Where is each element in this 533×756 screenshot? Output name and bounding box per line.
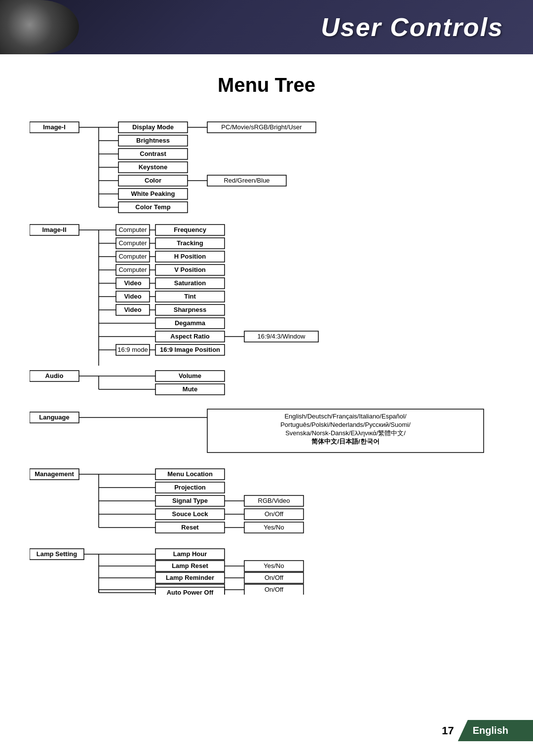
svg-text:PC/Movie/sRGB/Bright/User: PC/Movie/sRGB/Bright/User bbox=[221, 123, 302, 131]
section-title: Menu Tree bbox=[30, 74, 503, 96]
svg-text:Language: Language bbox=[39, 414, 69, 421]
svg-text:Display Mode: Display Mode bbox=[132, 123, 174, 131]
header: User Controls bbox=[0, 0, 533, 54]
svg-text:Video: Video bbox=[124, 306, 141, 313]
svg-text:Menu Location: Menu Location bbox=[167, 470, 213, 478]
svg-text:Souce Lock: Souce Lock bbox=[172, 510, 209, 518]
svg-text:Degamma: Degamma bbox=[175, 319, 206, 327]
svg-text:Contrast: Contrast bbox=[140, 150, 166, 157]
svg-text:Computer: Computer bbox=[118, 239, 147, 247]
svg-text:Lamp Hour: Lamp Hour bbox=[173, 550, 207, 558]
lens-decoration bbox=[0, 0, 79, 54]
svg-text:Svenska/Norsk-Dansk/Ελληνικά/繁: Svenska/Norsk-Dansk/Ελληνικά/繁體中文/ bbox=[285, 429, 406, 437]
svg-text:Red/Green/Blue: Red/Green/Blue bbox=[224, 177, 269, 184]
svg-text:Brightness: Brightness bbox=[136, 137, 170, 144]
footer: 17 English bbox=[442, 720, 533, 741]
svg-text:White Peaking: White Peaking bbox=[131, 190, 175, 197]
page-content: Menu Tree Image-I Display Mode PC/Movie/… bbox=[0, 54, 533, 616]
page-number: 17 bbox=[442, 724, 454, 737]
svg-text:Auto Power Off: Auto Power Off bbox=[167, 589, 214, 595]
svg-text:Lamp Setting: Lamp Setting bbox=[37, 550, 77, 558]
svg-text:Color: Color bbox=[145, 177, 161, 184]
page-title: User Controls bbox=[321, 12, 503, 42]
menu-tree: Image-I Display Mode PC/Movie/sRGB/Brigh… bbox=[30, 116, 503, 597]
svg-text:Color Temp: Color Temp bbox=[135, 203, 170, 211]
svg-text:Video: Video bbox=[124, 293, 141, 300]
svg-text:Management: Management bbox=[35, 470, 74, 478]
svg-text:Computer: Computer bbox=[118, 253, 147, 260]
svg-text:Aspect Ratio: Aspect Ratio bbox=[170, 333, 210, 340]
svg-text:On/Off: On/Off bbox=[265, 574, 283, 581]
svg-text:Projection: Projection bbox=[174, 484, 206, 491]
svg-text:简体中文/日本語/한국어: 简体中文/日本語/한국어 bbox=[311, 438, 379, 445]
svg-text:Computer: Computer bbox=[118, 226, 147, 233]
svg-text:Frequency: Frequency bbox=[174, 226, 207, 233]
svg-text:Signal Type: Signal Type bbox=[172, 497, 208, 504]
svg-text:V Position: V Position bbox=[174, 266, 206, 273]
svg-text:16:9 mode: 16:9 mode bbox=[117, 346, 148, 353]
svg-text:Lamp Reset: Lamp Reset bbox=[172, 562, 208, 569]
svg-text:Sharpness: Sharpness bbox=[174, 306, 206, 313]
language-badge: English bbox=[458, 720, 533, 741]
svg-text:Reset: Reset bbox=[181, 524, 199, 531]
svg-text:Yes/No: Yes/No bbox=[264, 524, 284, 531]
svg-text:Keystone: Keystone bbox=[139, 163, 168, 171]
svg-text:16:9/4:3/Window: 16:9/4:3/Window bbox=[258, 333, 305, 340]
menu-tree-svg: Image-I Display Mode PC/Movie/sRGB/Brigh… bbox=[30, 116, 503, 595]
svg-text:RGB/Video: RGB/Video bbox=[258, 497, 290, 504]
svg-text:Tracking: Tracking bbox=[177, 239, 203, 247]
svg-text:English/Deutsch/Français/Itali: English/Deutsch/Français/Italiano/Españo… bbox=[284, 413, 407, 420]
svg-text:Video: Video bbox=[124, 279, 141, 287]
svg-text:Yes/No: Yes/No bbox=[264, 562, 284, 569]
svg-text:On/Off: On/Off bbox=[265, 510, 283, 518]
svg-text:Saturation: Saturation bbox=[174, 279, 206, 287]
svg-text:Image-I: Image-I bbox=[43, 123, 66, 131]
svg-text:Mute: Mute bbox=[183, 385, 197, 393]
svg-text:Português/Polski/Nederlands/Ру: Português/Polski/Nederlands/Русский/Suom… bbox=[280, 421, 411, 428]
svg-text:16:9 Image Position: 16:9 Image Position bbox=[160, 346, 220, 353]
svg-text:On/Off: On/Off bbox=[265, 586, 283, 593]
svg-text:H Position: H Position bbox=[174, 253, 206, 260]
svg-text:Lamp Reminder: Lamp Reminder bbox=[166, 574, 214, 581]
svg-text:Tint: Tint bbox=[184, 293, 196, 300]
svg-text:Image-II: Image-II bbox=[42, 226, 66, 233]
svg-text:Computer: Computer bbox=[118, 266, 147, 273]
svg-text:Audio: Audio bbox=[45, 372, 64, 379]
svg-text:Volume: Volume bbox=[179, 372, 201, 379]
